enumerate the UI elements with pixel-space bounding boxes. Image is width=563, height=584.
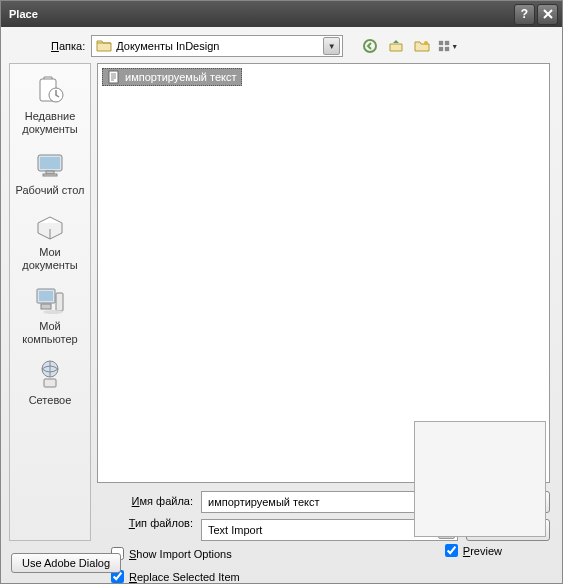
footer: Use Adobe Dialog [11, 553, 121, 573]
use-adobe-dialog-button[interactable]: Use Adobe Dialog [11, 553, 121, 573]
titlebar: Place ? [1, 1, 562, 27]
svg-point-0 [364, 40, 376, 52]
folder-dropdown-text: Документы InDesign [116, 40, 323, 52]
field-labels: Имя файла: Тип файлов: [97, 491, 193, 541]
preview-checkbox[interactable]: Preview [445, 544, 502, 557]
place-dialog: Place ? Папка: Документы InDesign ▼ [0, 0, 563, 584]
svg-rect-13 [39, 291, 53, 301]
chevron-down-icon: ▼ [451, 43, 458, 50]
file-item-selected[interactable]: импортируемый текст [102, 68, 242, 86]
sidebar-item-documents[interactable]: Мои документы [12, 206, 88, 278]
location-row: Папка: Документы InDesign ▼ ▼ [1, 27, 562, 63]
new-folder-icon [414, 38, 430, 54]
file-item-name: импортируемый текст [125, 71, 237, 83]
desktop-icon [34, 149, 66, 181]
options-column: Show Import Options Replace Selected Ite… [111, 547, 240, 583]
computer-icon [34, 285, 66, 317]
up-button[interactable] [385, 35, 407, 57]
preview-pane [414, 421, 546, 537]
svg-rect-4 [439, 47, 443, 51]
svg-rect-2 [439, 41, 443, 45]
sidebar-item-recent[interactable]: Недавние документы [12, 70, 88, 142]
folder-dropdown[interactable]: Документы InDesign ▼ [91, 35, 343, 57]
filetype-label: Тип файлов: [129, 517, 193, 529]
sidebar-item-computer[interactable]: Мой компьютер [12, 280, 88, 352]
filename-label: Имя файла: [132, 495, 193, 507]
documents-icon [34, 211, 66, 243]
nav-toolbar: ▼ [359, 35, 459, 57]
show-import-options-checkbox[interactable]: Show Import Options [111, 547, 240, 560]
places-sidebar: Недавние документы Рабочий стол Мои доку… [9, 63, 91, 541]
back-button[interactable] [359, 35, 381, 57]
close-button[interactable] [537, 4, 558, 25]
help-button[interactable]: ? [514, 4, 535, 25]
recent-icon [34, 75, 66, 107]
svg-rect-19 [109, 71, 118, 83]
svg-rect-9 [40, 157, 60, 169]
chevron-down-icon[interactable]: ▼ [323, 37, 340, 55]
replace-selected-checkbox[interactable]: Replace Selected Item [111, 570, 240, 583]
sidebar-item-label: Мои документы [15, 246, 85, 271]
filetype-text: Text Import [208, 524, 438, 536]
sidebar-item-label: Мой компьютер [15, 320, 85, 345]
filename-text: импортируемый текст [208, 496, 438, 508]
svg-rect-14 [56, 293, 63, 311]
file-icon [107, 70, 121, 84]
file-list[interactable]: импортируемый текст [97, 63, 550, 483]
window-title: Place [9, 8, 514, 20]
new-folder-button[interactable] [411, 35, 433, 57]
sidebar-item-label: Сетевое [29, 394, 72, 407]
svg-rect-15 [41, 304, 51, 309]
sidebar-item-label: Недавние документы [15, 110, 85, 135]
folder-icon [96, 39, 112, 53]
svg-point-16 [43, 310, 63, 314]
up-icon [388, 38, 404, 54]
titlebar-buttons: ? [514, 4, 558, 25]
view-menu-button[interactable]: ▼ [437, 35, 459, 57]
svg-rect-3 [445, 41, 449, 45]
close-icon [543, 9, 553, 19]
network-icon [34, 359, 66, 391]
sidebar-item-desktop[interactable]: Рабочий стол [12, 144, 88, 204]
svg-rect-11 [43, 174, 57, 176]
folder-label: Папка: [13, 40, 85, 52]
preview-checkbox-input[interactable] [445, 544, 458, 557]
svg-point-1 [424, 41, 428, 45]
svg-rect-5 [445, 47, 449, 51]
sidebar-item-network[interactable]: Сетевое [12, 354, 88, 414]
view-icon [438, 39, 450, 53]
sidebar-item-label: Рабочий стол [15, 184, 84, 197]
svg-rect-18 [44, 379, 56, 387]
back-icon [362, 38, 378, 54]
